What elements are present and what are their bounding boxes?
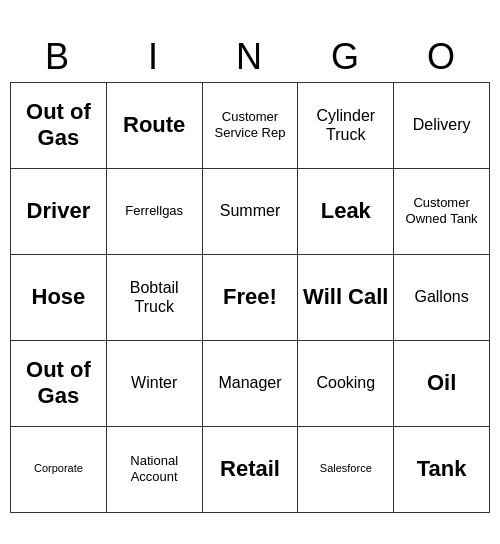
bingo-cell: Will Call (298, 255, 394, 341)
header-letter: I (106, 32, 202, 82)
cell-text: Customer Owned Tank (397, 195, 486, 226)
bingo-cell: Cylinder Truck (298, 83, 394, 169)
bingo-cell: Route (107, 83, 203, 169)
bingo-cell: Hose (11, 255, 107, 341)
cell-text: Retail (220, 456, 280, 482)
cell-text: Driver (27, 198, 91, 224)
bingo-cell: Bobtail Truck (107, 255, 203, 341)
cell-text: Ferrellgas (125, 203, 183, 219)
cell-text: Gallons (414, 287, 468, 306)
bingo-cell: Winter (107, 341, 203, 427)
bingo-grid: Out of GasRouteCustomer Service RepCylin… (10, 82, 490, 513)
bingo-cell: Free! (203, 255, 299, 341)
cell-text: Manager (218, 373, 281, 392)
bingo-cell: National Account (107, 427, 203, 513)
bingo-card: BINGO Out of GasRouteCustomer Service Re… (10, 32, 490, 513)
bingo-cell: Gallons (394, 255, 490, 341)
bingo-cell: Out of Gas (11, 83, 107, 169)
bingo-cell: Cooking (298, 341, 394, 427)
cell-text: Winter (131, 373, 177, 392)
header-letter: O (394, 32, 490, 82)
bingo-cell: Delivery (394, 83, 490, 169)
cell-text: Route (123, 112, 185, 138)
cell-text: Salesforce (320, 462, 372, 475)
bingo-cell: Retail (203, 427, 299, 513)
cell-text: Oil (427, 370, 456, 396)
bingo-cell: Out of Gas (11, 341, 107, 427)
cell-text: Hose (32, 284, 86, 310)
bingo-cell: Customer Service Rep (203, 83, 299, 169)
bingo-cell: Corporate (11, 427, 107, 513)
header-letter: N (202, 32, 298, 82)
bingo-cell: Driver (11, 169, 107, 255)
cell-text: Summer (220, 201, 280, 220)
cell-text: Cylinder Truck (301, 106, 390, 144)
bingo-header: BINGO (10, 32, 490, 82)
bingo-cell: Manager (203, 341, 299, 427)
cell-text: Tank (417, 456, 467, 482)
header-letter: G (298, 32, 394, 82)
cell-text: Out of Gas (14, 99, 103, 152)
cell-text: Leak (321, 198, 371, 224)
bingo-cell: Ferrellgas (107, 169, 203, 255)
bingo-cell: Salesforce (298, 427, 394, 513)
bingo-cell: Leak (298, 169, 394, 255)
cell-text: Out of Gas (14, 357, 103, 410)
cell-text: National Account (110, 453, 199, 484)
cell-text: Delivery (413, 115, 471, 134)
cell-text: Corporate (34, 462, 83, 475)
cell-text: Customer Service Rep (206, 109, 295, 140)
bingo-cell: Customer Owned Tank (394, 169, 490, 255)
header-letter: B (10, 32, 106, 82)
cell-text: Cooking (316, 373, 375, 392)
cell-text: Bobtail Truck (110, 278, 199, 316)
bingo-cell: Oil (394, 341, 490, 427)
cell-text: Free! (223, 284, 277, 310)
bingo-cell: Summer (203, 169, 299, 255)
cell-text: Will Call (303, 284, 388, 310)
bingo-cell: Tank (394, 427, 490, 513)
